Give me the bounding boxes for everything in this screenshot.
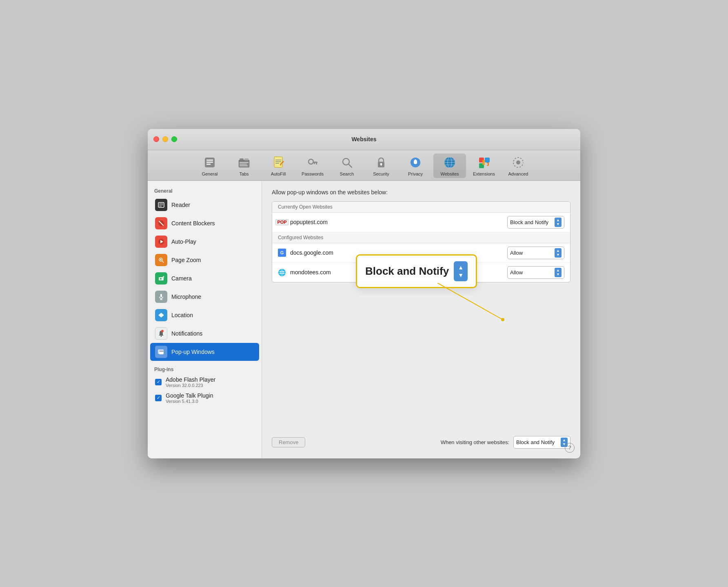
docs-google-icon: G [278,249,286,257]
remove-button[interactable]: Remove [272,437,305,447]
adobe-flash-label: Adobe Flash Player [166,376,215,383]
sidebar-item-auto-play[interactable]: Auto-Play [150,233,259,251]
svg-line-20 [348,164,352,167]
adobe-flash-version: Version 32.0.0.223 [166,383,215,388]
svg-rect-3 [206,164,211,165]
sidebar-item-popup-windows[interactable]: Pop-up Windows [150,343,259,361]
svg-rect-16 [313,162,317,163]
toolbar-websites-label: Websites [440,171,459,176]
svg-rect-32 [485,158,490,162]
sidebar-page-zoom-label: Page Zoom [171,257,201,263]
toolbar-search-label: Search [340,171,354,176]
app-window: Websites General [148,129,580,458]
autoplay-icon [155,236,167,248]
google-talk-label: Google Talk Plugin [166,392,213,399]
table-row: G docs.google.com Allow ▲ ▼ [272,243,570,263]
sidebar-reader-label: Reader [171,202,190,208]
toolbar-privacy[interactable]: Privacy [399,153,432,178]
svg-point-15 [309,159,313,164]
sidebar-popup-windows-label: Pop-up Windows [171,349,215,355]
sidebar-item-location[interactable]: Location [150,306,259,324]
sidebar-content-blockers-label: Content Blockers [171,220,215,227]
extensions-icon [477,155,491,170]
general-icon [202,155,217,170]
table-row: POP popuptest.com Block and Notify ▲ ▼ [272,213,570,232]
svg-rect-18 [314,163,315,164]
notifications-icon [155,327,167,340]
mondotees-icon: 🌐 [278,268,286,276]
when-visiting-select[interactable]: Block and Notify ▲ ▼ [513,436,570,449]
toolbar-search[interactable]: Search [331,153,363,178]
docs-google-site-name: docs.google.com [290,249,503,256]
sidebar-item-content-blockers[interactable]: Content Blockers [150,214,259,232]
sidebar-location-label: Location [171,312,193,318]
svg-rect-17 [316,163,317,165]
mondotees-select[interactable]: Allow ▲ ▼ [507,266,564,279]
toolbar-security[interactable]: Security [365,153,397,178]
advanced-icon [511,155,526,170]
adobe-flash-checkbox[interactable]: ✓ [155,379,162,385]
svg-rect-8 [240,162,249,163]
popuptest-site-name: popuptest.com [290,219,503,225]
svg-rect-2 [206,162,213,163]
sidebar-item-reader[interactable]: Reader [150,196,259,214]
google-talk-checkbox[interactable]: ✓ [155,395,162,401]
svg-point-34 [516,160,520,165]
toolbar-general[interactable]: General [193,153,226,178]
svg-rect-63 [159,351,164,352]
sidebar-item-notifications[interactable]: Notifications [150,325,259,342]
sidebar-item-page-zoom[interactable]: Page Zoom [150,251,259,269]
toolbar-security-label: Security [373,171,389,176]
content-blockers-icon [155,217,167,229]
table-row: 🌐 mondotees.com Allow ▲ ▼ [272,263,570,282]
popuptest-icon: POP [278,218,286,226]
window-title: Websites [351,136,376,142]
autofill-icon [271,155,286,170]
toolbar-advanced-label: Advanced [508,171,528,176]
toolbar-extensions-label: Extensions [473,171,495,176]
sidebar-item-camera[interactable]: Camera [150,269,259,287]
websites-icon [442,155,457,170]
toolbar-passwords[interactable]: Passwords [296,153,329,178]
toolbar-advanced[interactable]: Advanced [502,153,535,178]
traffic-lights [153,136,177,142]
close-button[interactable] [153,136,159,142]
toolbar-websites[interactable]: Websites [433,153,466,178]
toolbar-extensions[interactable]: Extensions [468,153,500,178]
passwords-icon [305,155,320,170]
bottom-bar: Remove When visiting other websites: Blo… [272,432,570,450]
toolbar: General Tabs [148,150,580,181]
docs-google-select[interactable]: Allow ▲ ▼ [507,247,564,259]
docs-google-chevrons: ▲ ▼ [555,248,562,258]
popup-windows-icon [155,346,167,358]
reader-icon [155,199,167,211]
sidebar-camera-label: Camera [171,275,192,282]
microphone-icon [155,291,167,303]
sidebar-item-microphone[interactable]: Microphone [150,288,259,306]
tabs-icon [237,155,251,170]
sidebar-microphone-label: Microphone [171,294,201,300]
websites-table: Currently Open Websites POP popuptest.co… [272,201,570,282]
main-title: Allow pop-up windows on the websites bel… [272,189,570,196]
toolbar-passwords-label: Passwords [302,171,324,176]
page-zoom-icon [155,254,167,266]
popuptest-select[interactable]: Block and Notify ▲ ▼ [507,216,564,229]
toolbar-autofill[interactable]: AutoFill [262,153,295,178]
when-visiting-label: When visiting other websites: [441,439,509,445]
privacy-icon [408,155,423,170]
maximize-button[interactable] [171,136,177,142]
svg-point-59 [161,336,162,337]
sidebar-notifications-label: Notifications [171,330,202,337]
help-button[interactable]: ? [565,443,575,453]
sidebar: General Reader Content Blockers Auto-Pla… [148,181,262,458]
svg-rect-54 [160,294,162,297]
configured-header: Configured Websites [272,232,570,243]
svg-point-60 [161,330,164,332]
mondotees-chevrons: ▲ ▼ [555,268,562,277]
popuptest-chevrons: ▲ ▼ [555,218,562,227]
minimize-button[interactable] [162,136,168,142]
toolbar-tabs[interactable]: Tabs [228,153,260,178]
svg-point-52 [160,278,162,280]
svg-rect-5 [240,158,244,161]
svg-rect-6 [244,158,249,161]
